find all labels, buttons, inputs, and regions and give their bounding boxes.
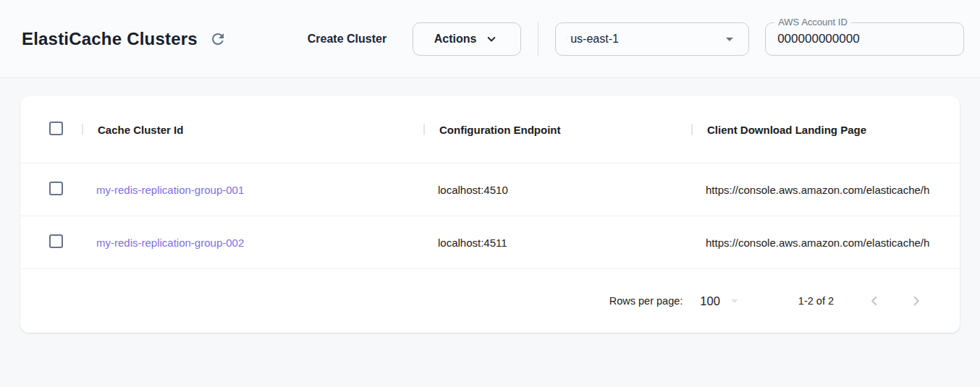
dropdown-arrow-icon [726, 292, 743, 310]
region-select-value: us-east-1 [570, 33, 619, 46]
aws-account-id-input[interactable] [766, 23, 963, 55]
row-checkbox-cell [20, 182, 82, 198]
refresh-button[interactable] [205, 26, 231, 52]
table-row: my-redis-replication-group-002 localhost… [20, 216, 960, 268]
column-header-configuration-endpoint[interactable]: Configuration Endpoint [423, 124, 691, 136]
select-all-checkbox[interactable] [49, 122, 63, 135]
row-checkbox-cell [20, 234, 82, 251]
table-pagination: Rows per page: 100 1-2 of 2 [20, 268, 960, 333]
create-cluster-button[interactable]: Create Cluster [308, 33, 386, 46]
refresh-icon [209, 30, 227, 48]
cell-configuration-endpoint: localhost:4510 [423, 184, 691, 196]
app-header: ElastiCache Clusters Create Cluster Acti… [0, 0, 980, 78]
chevron-left-icon [865, 292, 884, 310]
chevron-down-icon [483, 31, 499, 47]
select-all-cell [20, 122, 82, 138]
previous-page-button[interactable] [860, 286, 889, 315]
column-header-client-download-landing-page[interactable]: Client Download Landing Page [691, 124, 960, 136]
aws-account-id-label: AWS Account ID [774, 17, 851, 27]
dropdown-arrow-icon [721, 30, 738, 48]
cell-cluster-id: my-redis-replication-group-002 [82, 237, 423, 249]
row-checkbox[interactable] [49, 234, 63, 248]
next-page-button[interactable] [902, 286, 931, 315]
cell-landing-page: https://console.aws.amazon.com/elasticac… [691, 237, 960, 249]
header-divider [538, 22, 538, 56]
table-row: my-redis-replication-group-001 localhost… [20, 163, 960, 216]
row-checkbox[interactable] [49, 182, 63, 195]
cell-landing-page: https://console.aws.amazon.com/elasticac… [691, 184, 960, 196]
cluster-id-link[interactable]: my-redis-replication-group-001 [96, 184, 244, 196]
page-title: ElastiCache Clusters [22, 29, 198, 49]
rows-per-page-label: Rows per page: [609, 295, 683, 307]
actions-button-label: Actions [434, 33, 477, 46]
aws-account-id-field: AWS Account ID [765, 22, 964, 56]
rows-per-page-value: 100 [700, 294, 720, 308]
region-select[interactable]: us-east-1 [555, 22, 749, 56]
chevron-right-icon [907, 292, 926, 310]
cell-cluster-id: my-redis-replication-group-001 [82, 184, 423, 196]
actions-button[interactable]: Actions [413, 22, 521, 56]
clusters-table-card: Cache Cluster Id Configuration Endpoint … [20, 96, 960, 333]
rows-per-page-select[interactable]: 100 [700, 292, 743, 310]
pagination-range-label: 1-2 of 2 [798, 295, 834, 307]
cell-configuration-endpoint: localhost:4511 [423, 237, 691, 249]
table-header-row: Cache Cluster Id Configuration Endpoint … [20, 96, 960, 163]
column-header-cache-cluster-id[interactable]: Cache Cluster Id [82, 124, 423, 136]
cluster-id-link[interactable]: my-redis-replication-group-002 [96, 237, 244, 249]
